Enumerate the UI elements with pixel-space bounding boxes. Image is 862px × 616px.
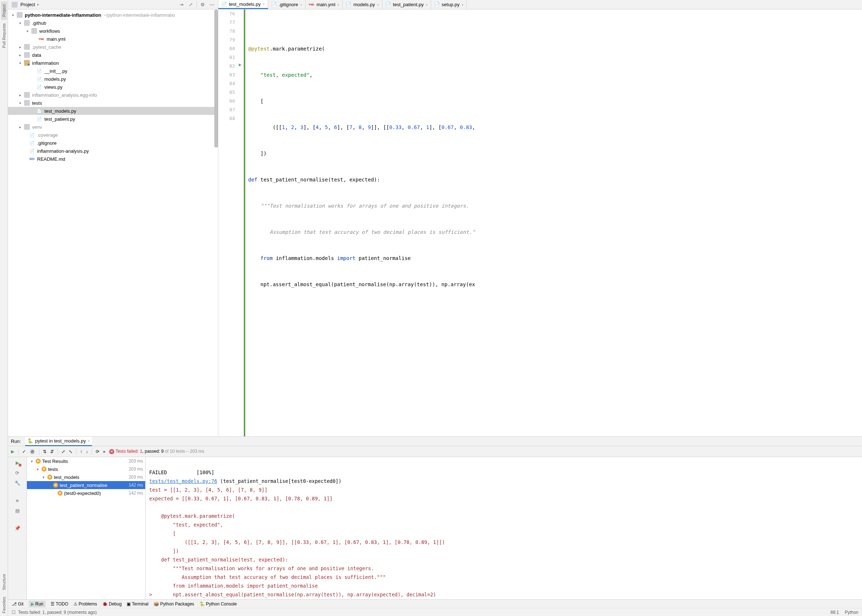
problems-tool-button[interactable]: ⚠ Problems: [74, 602, 97, 607]
collapse-icon[interactable]: ⤡: [69, 449, 72, 454]
tree-item[interactable]: ▸data: [8, 51, 218, 59]
run-line-marker-icon[interactable]: ▶: [239, 62, 242, 67]
python-file-icon: 📄: [29, 148, 35, 154]
test-tree-root[interactable]: ▾✕Test Results203 ms: [27, 457, 145, 465]
rerun-icon[interactable]: ▶: [11, 449, 14, 454]
close-icon[interactable]: ×: [425, 3, 427, 7]
gutter-structure[interactable]: Structure: [1, 571, 7, 593]
close-icon[interactable]: ×: [262, 2, 265, 6]
todo-tool-button[interactable]: ☰ TODO: [50, 602, 68, 607]
tree-item[interactable]: ▾.github: [8, 19, 218, 27]
project-tree[interactable]: ▾python-intermediate-inflammation~/pytho…: [8, 9, 218, 436]
close-icon[interactable]: ×: [300, 3, 302, 7]
scrollbar-thumb[interactable]: [214, 9, 218, 148]
editor-tab-test-patient[interactable]: 📄test_patient.py×: [383, 0, 431, 9]
expand-all-icon[interactable]: ⤢: [187, 1, 194, 8]
tree-item[interactable]: ▾tests: [8, 99, 218, 107]
package-icon: [24, 60, 30, 66]
close-icon[interactable]: ×: [88, 438, 90, 443]
folder-icon: [17, 12, 22, 18]
tree-item-selected[interactable]: 📄test_models.py: [8, 107, 218, 115]
tree-item[interactable]: 📄.coverage: [8, 131, 218, 139]
pin-icon[interactable]: 📌: [14, 525, 21, 531]
editor-tab-gitignore[interactable]: 📄.gitignore×: [268, 0, 306, 9]
close-icon[interactable]: ×: [337, 3, 339, 7]
code-editor[interactable]: 76777879808182838485868788 ▶ @pytest.mar…: [218, 9, 862, 436]
tree-item[interactable]: ▾inflammation: [8, 59, 218, 67]
tree-root[interactable]: ▾python-intermediate-inflammation~/pytho…: [8, 11, 218, 19]
close-icon[interactable]: ×: [377, 3, 379, 7]
code-content[interactable]: @pytest.mark.parametrize( "test, expecte…: [246, 9, 862, 436]
tree-item[interactable]: MDREADME.md: [8, 155, 218, 163]
test-tree-item[interactable]: ▾✕test_models203 ms: [27, 473, 145, 481]
file-lang[interactable]: Python: [845, 610, 858, 615]
history-icon[interactable]: ⟳: [96, 449, 99, 454]
python-file-icon: 📄: [36, 84, 42, 90]
settings-gear-icon[interactable]: ⚙: [199, 1, 206, 8]
file-icon: 📄: [29, 132, 35, 138]
debug-tool-button[interactable]: 🐞 Debug: [102, 602, 122, 607]
tree-item[interactable]: ▸inflammation_analysis.egg-info: [8, 91, 218, 99]
show-passed-icon[interactable]: ✓: [22, 449, 26, 454]
tree-item[interactable]: YMLmain.yml: [8, 35, 218, 43]
tree-item[interactable]: 📄inflammation-analysis.py: [8, 147, 218, 155]
git-tool-button[interactable]: ⎇ Git: [12, 602, 24, 607]
gutter-pull-requests[interactable]: Pull Requests: [1, 20, 7, 51]
run-config-tab[interactable]: 🐍pytest in test_models.py×: [25, 437, 92, 446]
run-toolbar: ▶ ✓ ⊘ ⇅ ⇵ ⤢ ⤡ ↑ ↓ ⟳ » ✕Tests failed: 1, …: [8, 446, 862, 457]
tree-item[interactable]: 📄__init__.py: [8, 67, 218, 75]
test-tree-item[interactable]: ▾✕tests203 ms: [27, 465, 145, 473]
caret-position[interactable]: 88:1: [830, 610, 839, 615]
run-label: Run:: [11, 438, 21, 444]
sort-icon[interactable]: ⇅: [43, 449, 47, 454]
toggle-auto-icon[interactable]: ⟳: [14, 470, 21, 476]
sort-alpha-icon[interactable]: ⇵: [50, 449, 54, 454]
tree-item[interactable]: ▾workflows: [8, 27, 218, 35]
test-result-tree[interactable]: ▾✕Test Results203 ms ▾✕tests203 ms ▾✕tes…: [27, 457, 145, 599]
expand-icon[interactable]: ⤢: [61, 449, 65, 454]
folder-icon: [24, 20, 30, 26]
more-icon[interactable]: »: [103, 449, 106, 454]
project-view-selector[interactable]: Project ▾: [10, 2, 39, 8]
project-title: Project: [20, 2, 35, 7]
wrench-icon[interactable]: 🔧: [14, 479, 21, 486]
project-header: Project ▾ ⇥ ⤢ ⚙ —: [8, 0, 218, 9]
file-icon: 📄: [271, 2, 277, 7]
gutter-project[interactable]: Project: [1, 2, 7, 20]
run-tab-bar: Run: 🐍pytest in test_models.py×: [8, 437, 862, 446]
tree-item[interactable]: 📄.gitignore: [8, 139, 218, 147]
tree-item[interactable]: 📄views.py: [8, 83, 218, 91]
tree-item[interactable]: 📄test_patient.py: [8, 115, 218, 123]
tree-item[interactable]: 📄models.py: [8, 75, 218, 83]
folder-icon: [24, 124, 30, 130]
folder-icon: [24, 44, 30, 50]
tree-item[interactable]: ▸.pytest_cache: [8, 43, 218, 51]
console-link[interactable]: tests/test_models.py:76: [149, 478, 217, 484]
run-tool-button[interactable]: ▶ Run: [29, 601, 46, 607]
editor-tab-test-models[interactable]: 📄test_models.py×: [218, 0, 268, 9]
editor-tab-setup[interactable]: 📄setup.py×: [431, 0, 467, 9]
test-tree-item-selected[interactable]: ▾✕test_patient_normalise142 ms: [27, 481, 145, 489]
gutter-favorites[interactable]: Favorites: [1, 594, 7, 616]
python-file-icon: 📄: [434, 2, 440, 7]
show-ignored-icon[interactable]: ⊘: [30, 449, 35, 454]
editor-tab-main-yml[interactable]: YMLmain.yml×: [306, 0, 343, 9]
fail-badge-icon: ✕: [109, 449, 114, 454]
hide-panel-icon[interactable]: —: [208, 1, 216, 8]
close-icon[interactable]: ×: [462, 3, 463, 7]
terminal-tool-button[interactable]: ▣ Terminal: [127, 602, 148, 607]
tree-item[interactable]: ▸venv: [8, 123, 218, 131]
test-console-output[interactable]: FAILED [100%] tests/test_models.py:76 (t…: [145, 457, 862, 599]
stop-icon[interactable]: ■: [14, 497, 21, 504]
select-opened-file-icon[interactable]: ⇥: [178, 1, 185, 8]
python-console-tool-button[interactable]: 🐍 Python Console: [199, 602, 237, 607]
test-tree-item[interactable]: ✕(test0-expected0)142 ms: [27, 489, 145, 497]
next-fail-icon[interactable]: ↓: [86, 449, 88, 454]
python-packages-tool-button[interactable]: 📦 Python Packages: [154, 602, 194, 607]
prev-fail-icon[interactable]: ↑: [80, 449, 82, 454]
rerun-failed-icon[interactable]: ▶: [14, 459, 21, 466]
layout-icon[interactable]: ▤: [14, 507, 21, 514]
python-file-icon: 📄: [36, 68, 42, 74]
fail-status-icon: ✕: [57, 490, 63, 496]
editor-tab-models[interactable]: 📄models.py×: [343, 0, 383, 9]
